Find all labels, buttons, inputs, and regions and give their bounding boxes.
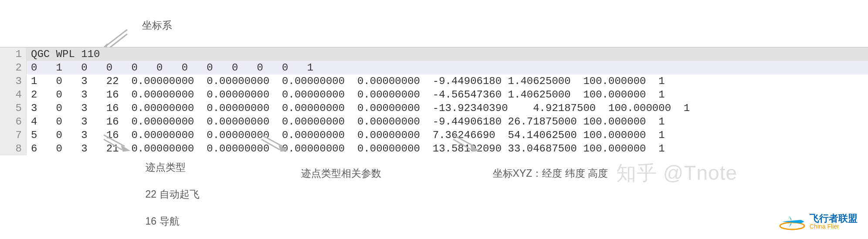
code-line: 20 1 0 0 0 0 0 0 0 0 0 1 bbox=[0, 61, 868, 74]
line-number: 8 bbox=[0, 142, 27, 155]
arrow-cmd-type bbox=[101, 133, 132, 152]
line-text: 4 0 3 16 0.00000000 0.00000000 0.0000000… bbox=[27, 115, 665, 128]
page: { "annotations":{ "coord_title":"坐标系", "… bbox=[0, 0, 868, 239]
code-line: 1QGC WPL 110 bbox=[0, 47, 868, 61]
code-line: 64 0 3 16 0.00000000 0.00000000 0.000000… bbox=[0, 115, 868, 128]
line-text: 1 0 3 22 0.00000000 0.00000000 0.0000000… bbox=[27, 74, 665, 88]
code-line: 31 0 3 22 0.00000000 0.00000000 0.000000… bbox=[0, 74, 868, 88]
svg-line-7 bbox=[453, 139, 471, 150]
annotation-xyz: 坐标XYZ：经度 纬度 高度 bbox=[481, 153, 608, 194]
line-number: 2 bbox=[0, 61, 27, 74]
logo-china-flier: 飞行者联盟 China Flier bbox=[778, 213, 858, 230]
line-number: 1 bbox=[0, 47, 27, 61]
svg-line-0 bbox=[105, 30, 127, 47]
plane-icon bbox=[778, 213, 806, 230]
anno-xyz-title: 坐标XYZ：经度 纬度 高度 bbox=[493, 168, 608, 179]
anno-coord-title: 坐标系 bbox=[142, 20, 172, 31]
anno-cmd-l2: 16 导航 bbox=[146, 215, 180, 227]
line-number: 3 bbox=[0, 74, 27, 88]
line-number: 4 bbox=[0, 88, 27, 101]
line-number: 7 bbox=[0, 128, 27, 142]
arrow-xyz bbox=[451, 133, 482, 152]
logo-text-en: China Flier bbox=[810, 223, 858, 229]
code-line: 42 0 3 16 0.00000000 0.00000000 0.000000… bbox=[0, 88, 868, 101]
line-text: 3 0 3 16 0.00000000 0.00000000 0.0000000… bbox=[27, 101, 690, 115]
line-text: QGC WPL 110 bbox=[27, 47, 100, 61]
svg-line-3 bbox=[104, 139, 122, 150]
line-text: 2 0 3 16 0.00000000 0.00000000 0.0000000… bbox=[27, 88, 665, 101]
logo-text-cn: 飞行者联盟 bbox=[810, 214, 858, 223]
anno-param-title: 迹点类型相关参数 bbox=[301, 168, 381, 179]
line-number: 5 bbox=[0, 101, 27, 115]
arrow-params bbox=[259, 133, 290, 152]
code-line: 53 0 3 16 0.00000000 0.00000000 0.000000… bbox=[0, 101, 868, 115]
logo-text-wrap: 飞行者联盟 China Flier bbox=[810, 214, 858, 229]
watermark: 知乎 @Tnote bbox=[616, 160, 737, 187]
annotation-params: 迹点类型相关参数 bbox=[290, 153, 381, 194]
anno-cmd-l1: 22 自动起飞 bbox=[146, 189, 200, 200]
line-text: 0 1 0 0 0 0 0 0 0 0 0 1 bbox=[27, 61, 313, 74]
anno-cmd-title: 迹点类型 bbox=[146, 162, 186, 173]
svg-point-8 bbox=[780, 222, 804, 229]
annotation-command-type: 迹点类型 22 自动起飞 16 导航 21 自动降落 bbox=[134, 147, 200, 239]
line-number: 6 bbox=[0, 115, 27, 128]
svg-line-5 bbox=[261, 139, 280, 150]
